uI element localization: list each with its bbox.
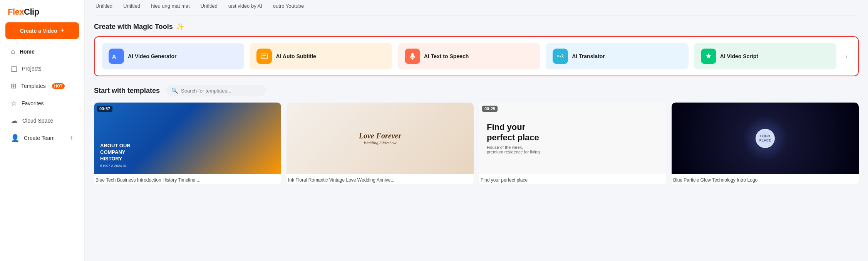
template-label-1: Ink Floral Romantic Vintage Love Wedding… [287, 174, 474, 184]
create-video-button[interactable]: Create a Video + [5, 22, 79, 39]
templates-header: Start with templates 🔍 [94, 85, 859, 96]
magic-tools-next-icon[interactable]: › [842, 52, 851, 61]
template-visual-dark: LOGOPLACE [672, 103, 859, 174]
cloud-icon: ☁ [11, 116, 18, 125]
ai-auto-subtitle-label: AI Auto Subtitle [276, 53, 316, 59]
sidebar-item-home[interactable]: ⌂ Home [3, 43, 81, 60]
svg-text:文: 文 [561, 54, 564, 58]
template-duration-2: 00:29 [482, 106, 498, 112]
create-plus-icon: + [60, 27, 65, 35]
magic-tools-title: Create with Magic Tools [94, 23, 173, 31]
add-team-icon: + [69, 134, 74, 142]
template-label-0: Blue Tech Business Introduction History … [94, 174, 281, 184]
template-visual-wedding: Love Forever Wedding Slideshow [287, 103, 474, 174]
template-duration-0: 00:57 [97, 106, 112, 112]
template-search-input[interactable] [181, 88, 261, 94]
template-label-2: Find your perfect place [479, 174, 666, 184]
recent-item-1[interactable]: Untitled [122, 3, 142, 9]
template-visual-blue-tech: ABOUT OURCOMPANYHISTORY E1907 2-2024.01 [94, 103, 281, 174]
sidebar-item-favorites[interactable]: ☆ Favorites [3, 95, 81, 112]
favorites-icon: ☆ [11, 99, 17, 108]
template-card-wedding[interactable]: 01:19 Love Forever Wedding Slideshow Ink… [287, 103, 474, 184]
create-video-label: Create a Video [20, 28, 57, 34]
main-content: Untitled Untitled hieu ung mat mat Untit… [85, 0, 868, 261]
projects-icon: ◫ [11, 64, 17, 73]
template-label-3: Blue Particle Glow Technology Intro Logo [672, 174, 859, 184]
svg-text:A: A [112, 54, 116, 60]
recent-item-4[interactable]: test video by AI [227, 3, 264, 9]
magic-tools-icon: ✨ [176, 22, 184, 31]
template-card-blue-tech[interactable]: 00:57 ABOUT OURCOMPANYHISTORY E1907 2-20… [94, 103, 281, 184]
templates-section-title: Start with templates [94, 87, 160, 95]
sidebar-item-favorites-label: Favorites [22, 100, 44, 106]
sidebar-nav: ⌂ Home ◫ Projects ⊞ Templates HOT ☆ Favo… [0, 43, 84, 147]
templates-icon: ⊞ [11, 82, 17, 90]
sidebar: FlexClip Create a Video + ⌂ Home ◫ Proje… [0, 0, 85, 261]
sidebar-item-create-team[interactable]: 👤 Create Team + [3, 130, 81, 146]
ai-auto-subtitle-icon [256, 49, 272, 64]
ai-text-to-speech-icon [405, 49, 420, 64]
home-icon: ⌂ [11, 47, 15, 56]
sidebar-item-projects[interactable]: ◫ Projects [3, 60, 81, 77]
sidebar-item-cloud-space[interactable]: ☁ Cloud Space [3, 112, 81, 129]
ai-translator-icon: A 文 [553, 49, 568, 64]
sidebar-item-team-label: Create Team [24, 135, 55, 141]
tool-ai-text-to-speech[interactable]: AI Text to Speech [398, 43, 540, 69]
ai-video-generator-label: AI Video Generator [128, 53, 177, 59]
svg-text:A: A [557, 54, 560, 58]
search-icon: 🔍 [171, 88, 178, 94]
svg-marker-8 [705, 53, 711, 59]
recent-bar: Untitled Untitled hieu ung mat mat Untit… [94, 0, 859, 15]
sidebar-item-cloud-label: Cloud Space [22, 118, 53, 124]
template-search-box: 🔍 [166, 85, 266, 96]
template-visual-realestate: Find yourperfect place House of the week… [479, 103, 666, 174]
logo: FlexClip [8, 7, 77, 17]
recent-item-0[interactable]: Untitled [94, 3, 114, 9]
recent-item-3[interactable]: Untitled [199, 3, 219, 9]
logo-area: FlexClip [0, 0, 84, 22]
template-thumb-realestate: 00:29 Find yourperfect place House of th… [479, 103, 666, 174]
recent-item-5[interactable]: outro Youtube [271, 3, 305, 9]
tool-ai-auto-subtitle[interactable]: AI Auto Subtitle [250, 43, 392, 69]
template-card-dark-particle[interactable]: 00:11 LOGOPLACE Blue Particle Glow Techn… [672, 103, 859, 184]
sidebar-item-projects-label: Projects [22, 66, 42, 72]
magic-tools-header: Create with Magic Tools ✨ [94, 22, 859, 31]
ai-video-generator-icon: A [109, 49, 124, 64]
ai-video-script-icon [701, 49, 716, 64]
svg-rect-1 [261, 54, 268, 59]
recent-item-2[interactable]: hieu ung mat mat [149, 3, 191, 9]
template-grid: 00:57 ABOUT OURCOMPANYHISTORY E1907 2-20… [94, 103, 859, 184]
tool-ai-video-script[interactable]: AI Video Script [694, 43, 836, 69]
template-thumb-wedding: 01:19 Love Forever Wedding Slideshow [287, 103, 474, 174]
tool-ai-translator[interactable]: A 文 AI Translator [546, 43, 688, 69]
sidebar-item-home-label: Home [20, 49, 35, 55]
hot-badge: HOT [52, 83, 65, 89]
sidebar-item-templates-label: Templates [21, 83, 46, 89]
template-thumb-dark: 00:11 LOGOPLACE [672, 103, 859, 174]
sidebar-item-templates[interactable]: ⊞ Templates HOT [3, 77, 81, 94]
tool-ai-video-generator[interactable]: A AI Video Generator [102, 43, 244, 69]
team-icon: 👤 [11, 134, 19, 142]
ai-text-to-speech-label: AI Text to Speech [424, 53, 469, 59]
template-thumb-blue-tech: 00:57 ABOUT OURCOMPANYHISTORY E1907 2-20… [94, 103, 281, 174]
template-card-realestate[interactable]: 00:29 Find yourperfect place House of th… [479, 103, 666, 184]
ai-translator-label: AI Translator [572, 53, 605, 59]
magic-tools-box: A AI Video Generator AI Auto Subtitle [94, 36, 859, 76]
ai-video-script-label: AI Video Script [720, 53, 758, 59]
svg-rect-4 [411, 53, 414, 58]
